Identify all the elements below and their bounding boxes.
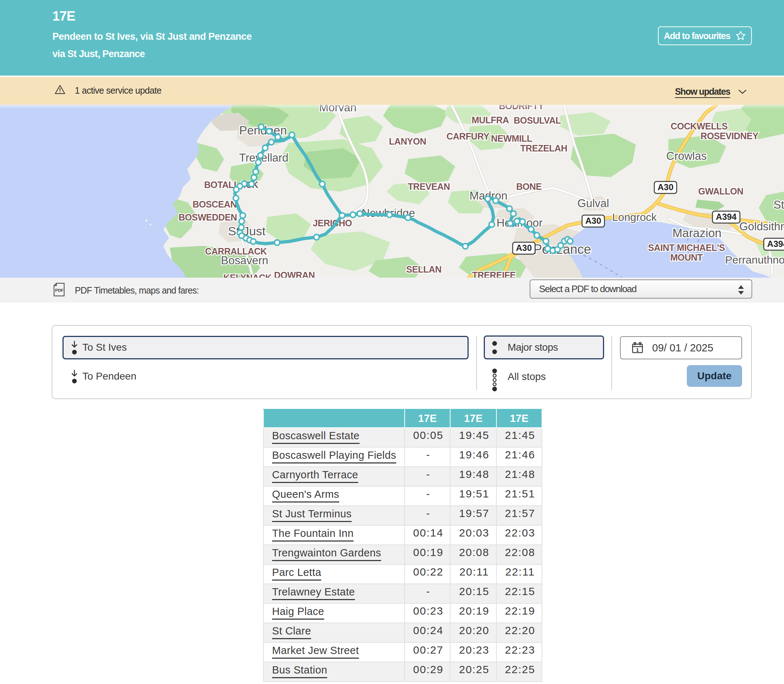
svg-text:LANYON: LANYON <box>389 136 426 147</box>
svg-text:PDF: PDF <box>55 288 64 292</box>
svg-text:COCKWELLS: COCKWELLS <box>671 121 728 131</box>
svg-text:ROSEVIDNEY: ROSEVIDNEY <box>700 131 759 141</box>
svg-text:1: 1 <box>636 347 639 352</box>
svg-text:A30: A30 <box>516 243 532 253</box>
svg-text:BONE: BONE <box>516 181 542 192</box>
svg-text:Marazion: Marazion <box>672 226 721 240</box>
svg-text:SAINT MICHAEL'S: SAINT MICHAEL'S <box>648 243 725 253</box>
svg-text:St.: St. <box>774 198 784 211</box>
svg-text:GWALLON: GWALLON <box>699 186 744 196</box>
svg-text:Goldsithney: Goldsithney <box>739 220 784 233</box>
svg-text:TREZELAH: TREZELAH <box>520 143 567 153</box>
svg-text:CARFURY: CARFURY <box>446 131 489 141</box>
svg-text:SELLAN: SELLAN <box>406 264 441 274</box>
svg-text:DOWRAN: DOWRAN <box>274 270 315 277</box>
svg-text:Longrock: Longrock <box>612 211 657 223</box>
svg-text:BOSWEDDEN: BOSWEDDEN <box>179 212 237 222</box>
svg-text:Gulval: Gulval <box>577 197 609 210</box>
svg-text:TREREIFE: TREREIFE <box>472 270 515 277</box>
svg-text:A394: A394 <box>716 212 737 222</box>
svg-text:NEWMILL: NEWMILL <box>491 133 532 144</box>
svg-text:A30: A30 <box>585 216 601 226</box>
svg-text:Trevellard: Trevellard <box>239 152 289 164</box>
svg-text:KELYNACK: KELYNACK <box>223 273 272 277</box>
svg-text:TREVEAN: TREVEAN <box>408 181 450 192</box>
svg-text:Crowlas: Crowlas <box>666 150 707 162</box>
svg-text:CARRALLACK: CARRALLACK <box>205 246 267 256</box>
svg-text:MULFRA: MULFRA <box>472 115 509 125</box>
svg-text:BOSULVAL: BOSULVAL <box>514 115 561 126</box>
svg-text:A394: A394 <box>767 239 784 249</box>
svg-text:BOSCEAN: BOSCEAN <box>193 199 237 209</box>
svg-text:MOUNT: MOUNT <box>670 252 703 263</box>
svg-text:Perranuthnoe: Perranuthnoe <box>725 254 784 266</box>
svg-text:A30: A30 <box>658 182 673 192</box>
